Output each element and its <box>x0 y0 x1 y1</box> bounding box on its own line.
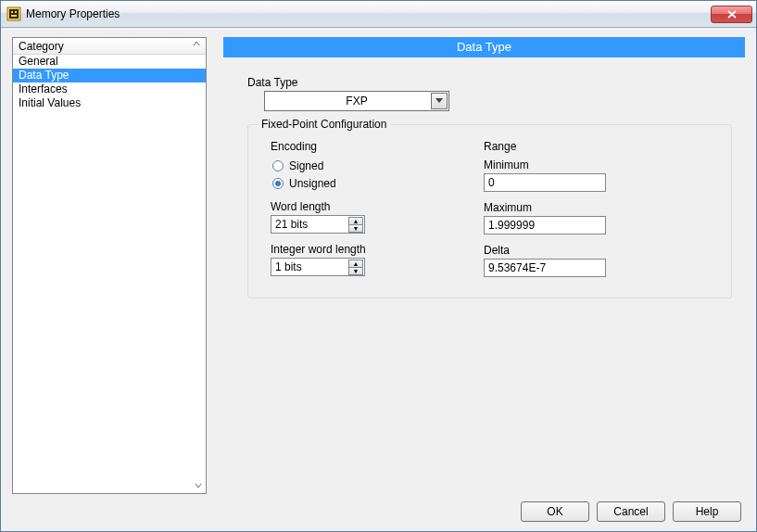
int-word-length-stepper[interactable]: 1 bits ▲ ▼ <box>271 258 365 276</box>
range-column: Range Minimum 0 Maximum 1.999999 Delta <box>484 140 660 277</box>
encoding-heading: Encoding <box>271 140 447 153</box>
chevron-down-icon[interactable]: ▼ <box>348 224 363 233</box>
category-item-interfaces[interactable]: Interfaces <box>13 82 206 96</box>
close-button[interactable] <box>711 6 752 23</box>
chevron-down-icon[interactable]: ▼ <box>348 267 363 275</box>
radio-unsigned-label: Unsigned <box>289 177 336 190</box>
int-word-length-label: Integer word length <box>271 243 447 256</box>
fixed-point-group: Fixed-Point Configuration Encoding Signe… <box>247 124 732 298</box>
titlebar: Memory Properties <box>1 1 756 28</box>
help-button[interactable]: Help <box>673 501 741 522</box>
content-pane: Data Type Data Type FXP Fixed-Point Conf… <box>223 37 745 494</box>
group-columns: Encoding Signed Unsigned Word length <box>271 140 709 277</box>
chevron-up-icon[interactable]: ▲ <box>348 260 363 267</box>
category-header-label: Category <box>19 40 64 53</box>
section-title: Data Type <box>223 37 745 57</box>
form-area: Data Type FXP Fixed-Point Configuration … <box>223 67 745 304</box>
data-type-value: FXP <box>346 95 367 108</box>
delta-value: 9.53674E-7 <box>488 261 546 274</box>
category-item-general[interactable]: General <box>13 55 206 69</box>
radio-signed-label: Signed <box>289 159 323 172</box>
encoding-column: Encoding Signed Unsigned Word length <box>271 140 447 277</box>
maximum-label: Maximum <box>484 201 660 214</box>
maximum-value: 1.999999 <box>488 219 535 232</box>
client-area: Category General Data Type Interfaces In… <box>1 28 756 531</box>
word-length-label: Word length <box>271 200 447 213</box>
data-type-label: Data Type <box>247 76 732 89</box>
category-item-initial-values[interactable]: Initial Values <box>13 96 206 110</box>
main-area: Category General Data Type Interfaces In… <box>12 37 745 494</box>
delta-value-box: 9.53674E-7 <box>484 259 606 277</box>
radio-icon <box>272 178 284 189</box>
stepper-buttons[interactable]: ▲ ▼ <box>348 260 363 274</box>
window-frame: Memory Properties Category General Data … <box>0 0 757 532</box>
window-title: Memory Properties <box>26 7 711 20</box>
category-item-data-type[interactable]: Data Type <box>13 69 206 82</box>
category-items: General Data Type Interfaces Initial Val… <box>13 55 206 493</box>
stepper-buttons[interactable]: ▲ ▼ <box>348 217 363 232</box>
chevron-down-icon[interactable] <box>431 93 448 109</box>
svg-rect-3 <box>15 11 17 13</box>
category-header[interactable]: Category <box>13 38 206 55</box>
chevron-up-icon[interactable]: ▲ <box>348 217 363 224</box>
svg-rect-1 <box>9 9 19 19</box>
sort-caret-icon <box>193 40 202 47</box>
svg-rect-4 <box>11 15 17 17</box>
data-type-dropdown[interactable]: FXP <box>264 91 449 111</box>
group-legend: Fixed-Point Configuration <box>258 118 390 131</box>
radio-icon <box>272 160 284 171</box>
minimum-value: 0 <box>488 176 495 189</box>
minimum-label: Minimum <box>484 158 660 171</box>
category-list[interactable]: Category General Data Type Interfaces In… <box>12 37 207 494</box>
dialog-buttons: OK Cancel Help <box>12 494 745 522</box>
ok-button[interactable]: OK <box>521 501 589 522</box>
scroll-down-icon[interactable] <box>193 480 204 491</box>
cancel-button[interactable]: Cancel <box>597 501 665 522</box>
app-icon <box>6 6 21 21</box>
radio-unsigned[interactable]: Unsigned <box>272 176 447 191</box>
svg-rect-2 <box>11 11 13 13</box>
int-word-length-value: 1 bits <box>275 260 302 273</box>
delta-label: Delta <box>484 244 660 257</box>
radio-signed[interactable]: Signed <box>272 158 447 173</box>
maximum-value-box: 1.999999 <box>484 216 606 234</box>
word-length-value: 21 bits <box>275 218 308 231</box>
word-length-stepper[interactable]: 21 bits ▲ ▼ <box>271 215 365 234</box>
range-heading: Range <box>484 140 660 153</box>
minimum-value-box: 0 <box>484 173 606 192</box>
